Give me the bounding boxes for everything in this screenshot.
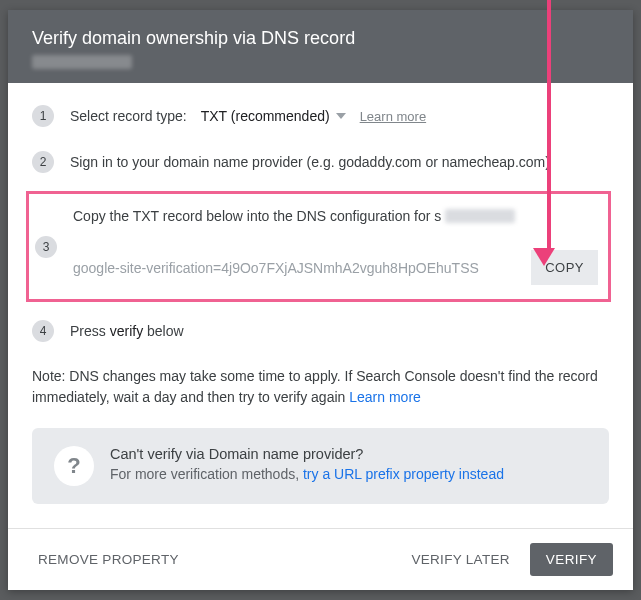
step-number: 3: [35, 236, 57, 258]
learn-more-link[interactable]: Learn more: [360, 109, 426, 124]
domain-name-redacted: [32, 55, 132, 69]
dialog-title: Verify domain ownership via DNS record: [32, 28, 609, 49]
step-1-label: Select record type:: [70, 108, 187, 124]
copy-button[interactable]: COPY: [531, 250, 598, 285]
verify-later-button[interactable]: VERIFY LATER: [401, 544, 519, 575]
note-text: Note: DNS changes may take some time to …: [32, 368, 598, 405]
alt-verify-body: For more verification methods,: [110, 466, 303, 482]
step-number: 4: [32, 320, 54, 342]
question-icon: ?: [54, 446, 94, 486]
step-2-text: Sign in to your domain name provider (e.…: [70, 154, 609, 170]
step-3-text: Copy the TXT record below into the DNS c…: [73, 208, 441, 224]
record-type-dropdown[interactable]: TXT (recommended): [201, 108, 346, 124]
step-4-text-before: Press: [70, 323, 110, 339]
remove-property-button[interactable]: REMOVE PROPERTY: [28, 544, 189, 575]
dialog-footer: REMOVE PROPERTY VERIFY LATER VERIFY: [8, 528, 633, 590]
dialog-body: 1 Select record type: TXT (recommended) …: [8, 83, 633, 528]
alt-verify-card: ? Can't verify via Domain name provider?…: [32, 428, 609, 504]
note-learn-more-link[interactable]: Learn more: [349, 389, 421, 405]
step-1: 1 Select record type: TXT (recommended) …: [32, 105, 609, 127]
step-4-text-after: below: [143, 323, 183, 339]
record-type-value: TXT (recommended): [201, 108, 330, 124]
dns-note: Note: DNS changes may take some time to …: [32, 366, 609, 408]
step-3-highlight: 3 Copy the TXT record below into the DNS…: [26, 191, 611, 302]
verify-button[interactable]: VERIFY: [530, 543, 613, 576]
domain-redacted: [445, 209, 515, 223]
txt-record-value[interactable]: google-site-verification=4j9Oo7FXjAJSNmh…: [73, 260, 523, 276]
step-number: 2: [32, 151, 54, 173]
step-number: 1: [32, 105, 54, 127]
chevron-down-icon: [336, 113, 346, 119]
step-4-verify-word: verify: [110, 323, 143, 339]
alt-verify-title: Can't verify via Domain name provider?: [110, 446, 504, 462]
dialog-header: Verify domain ownership via DNS record: [8, 10, 633, 83]
step-4: 4 Press verify below: [32, 320, 609, 342]
url-prefix-link[interactable]: try a URL prefix property instead: [303, 466, 504, 482]
verify-dns-dialog: Verify domain ownership via DNS record 1…: [8, 10, 633, 590]
step-2: 2 Sign in to your domain name provider (…: [32, 151, 609, 173]
